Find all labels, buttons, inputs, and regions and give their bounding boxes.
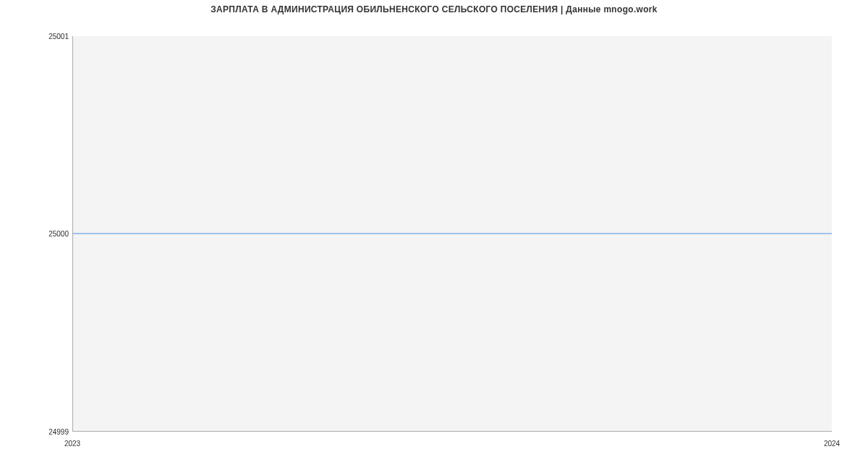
chart-title: ЗАРПЛАТА В АДМИНИСТРАЦИЯ ОБИЛЬНЕНСКОГО С…	[0, 4, 868, 14]
y-axis-tick-label: 25000	[48, 230, 69, 238]
y-axis-tick-label: 25001	[48, 33, 69, 40]
plot-area	[72, 36, 832, 432]
data-line	[73, 234, 832, 234]
x-axis-tick-label: 2024	[824, 440, 840, 448]
chart-container: ЗАРПЛАТА В АДМИНИСТРАЦИЯ ОБИЛЬНЕНСКОГО С…	[0, 0, 868, 470]
x-axis-tick-label: 2023	[64, 440, 80, 448]
y-axis-tick-label: 24999	[48, 428, 69, 436]
